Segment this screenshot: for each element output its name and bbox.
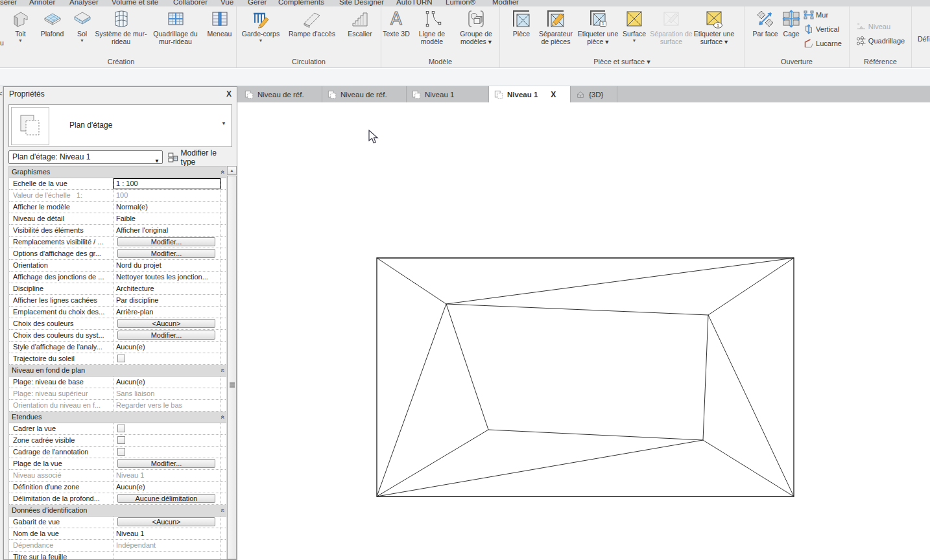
partial-panel-right[interactable]: Défi: [912, 6, 930, 67]
ligne-de-modele-button[interactable]: Ligne de modèle: [411, 6, 453, 56]
property-value[interactable]: Architecture: [113, 283, 221, 294]
section-header-etendues[interactable]: Etendues«: [9, 412, 232, 423]
property-value[interactable]: Modifier...: [113, 458, 221, 469]
ribbon-tab-annoter[interactable]: Annoter: [29, 0, 55, 6]
property-value[interactable]: 1 : 100: [113, 178, 221, 189]
checkbox-unchecked[interactable]: [117, 355, 125, 362]
chevron-down-icon[interactable]: ▼: [221, 121, 226, 126]
aucun-button[interactable]: <Aucun>: [117, 319, 215, 328]
close-icon[interactable]: X: [226, 89, 232, 99]
type-selector-combo[interactable]: Plan d'étage: Niveau 1 ▼: [8, 150, 163, 164]
property-label: Cadrage de l'annotation: [9, 447, 113, 458]
etiqueter-une-surface-button[interactable]: 1Etiqueter une surface ▾: [693, 6, 735, 56]
property-value[interactable]: Normal(e): [113, 202, 221, 213]
garde-corps-button[interactable]: Garde-corps▼: [238, 6, 283, 56]
property-value[interactable]: Aucun(e): [113, 342, 221, 353]
close-tab-icon[interactable]: X: [551, 90, 556, 99]
view-tab-niveau-de-ref-1[interactable]: Niveau de réf.: [322, 86, 407, 102]
ribbon-tab-gerer[interactable]: Gérer: [248, 0, 267, 6]
partial-button-left[interactable]: u: [0, 39, 6, 47]
property-value[interactable]: Afficher l'original: [113, 225, 221, 236]
aucun-button[interactable]: <Aucun>: [117, 517, 215, 526]
quadrillage-du-mur-rideau-button[interactable]: Quadrillage du mur-rideau: [148, 6, 204, 56]
ribbon-tab-modifier[interactable]: Modifier: [492, 0, 519, 6]
par-face-button[interactable]: Par face: [752, 6, 779, 56]
rampe-d-acces-button[interactable]: Rampe d'accès: [283, 6, 340, 56]
property-value[interactable]: Indépendant: [113, 540, 221, 551]
cage-button[interactable]: Cage: [779, 6, 804, 56]
ribbon-tab-vue[interactable]: Vue: [221, 0, 233, 6]
ribbon-tab-complements[interactable]: Compléments: [278, 0, 324, 6]
ribbon-tab-lumion[interactable]: Lumion®: [446, 0, 475, 6]
property-value[interactable]: Niveau 1: [113, 470, 221, 481]
ribbon-tab-collaborer[interactable]: Collaborer: [173, 0, 208, 6]
modifier-button[interactable]: Modifier...: [117, 331, 215, 340]
scrollbar-thumb[interactable]: [227, 176, 237, 559]
modify-type-button[interactable]: Modifier le type: [168, 151, 232, 164]
scroll-up-icon[interactable]: ▲: [227, 166, 237, 175]
piece-button[interactable]: Pièce: [508, 6, 534, 56]
property-value[interactable]: Modifier...: [113, 330, 221, 341]
checkbox-unchecked[interactable]: [117, 425, 125, 432]
groupe-de-modeles-button[interactable]: Groupe de modèles ▾: [453, 6, 499, 56]
property-value[interactable]: Modifier...: [113, 248, 221, 259]
section-header-niveau-en-fond-de-plan[interactable]: Niveau en fond de plan«: [9, 365, 232, 377]
quadrillage-button[interactable]: Quadrillage: [856, 35, 905, 47]
property-value[interactable]: <Aucun>: [113, 318, 221, 329]
view-tab-niveau-de-ref-0[interactable]: Niveau de réf.: [239, 86, 322, 102]
sol-button[interactable]: Sol▼: [70, 6, 95, 56]
property-value[interactable]: Faible: [113, 213, 221, 224]
type-preview-box[interactable]: Plan d'étage ▼: [8, 104, 232, 147]
property-value[interactable]: [113, 423, 221, 434]
lucarne-button[interactable]: Lucarne: [804, 38, 842, 49]
section-header-graphismes[interactable]: Graphismes«: [9, 167, 232, 178]
ribbon-tab-analyser[interactable]: Analyser: [69, 0, 99, 6]
ribbon-tab-serer[interactable]: sérer: [0, 0, 17, 6]
vertical-button[interactable]: Vertical: [804, 23, 842, 35]
drawing-canvas[interactable]: [238, 102, 930, 560]
property-value[interactable]: Aucune délimitation: [113, 493, 221, 504]
texte-3d-button[interactable]: ATexte 3D: [381, 6, 411, 56]
property-value[interactable]: Aucun(e): [113, 482, 221, 493]
checkbox-unchecked[interactable]: [117, 436, 125, 444]
mur-button[interactable]: Mur: [804, 9, 842, 21]
aucune-delimitation-button[interactable]: Aucune délimitation: [117, 494, 215, 503]
property-value[interactable]: Arrière-plan: [113, 307, 221, 318]
modifier-button[interactable]: Modifier...: [117, 459, 215, 468]
ribbon-tab-autoturn[interactable]: AutoTURN: [396, 0, 433, 6]
checkbox-unchecked[interactable]: [117, 448, 125, 456]
meneau-button[interactable]: Meneau: [204, 6, 236, 56]
property-value[interactable]: [113, 353, 221, 364]
escalier-button[interactable]: Escalier: [340, 6, 379, 56]
property-value[interactable]: Nord du projet: [113, 260, 221, 271]
property-value[interactable]: Modifier...: [113, 237, 221, 248]
property-value[interactable]: Aucun(e): [113, 377, 221, 388]
property-value[interactable]: <Aucun>: [113, 517, 221, 528]
panel-label-piece-et-surface[interactable]: Pièce et surface ▾: [500, 57, 744, 67]
property-value[interactable]: [113, 447, 221, 458]
property-value[interactable]: Nettoyer toutes les jonction...: [113, 272, 221, 283]
property-value[interactable]: Sans liaison: [113, 388, 221, 399]
ribbon-tab-site-designer[interactable]: Site Designer: [339, 0, 384, 6]
systeme-de-mur-rideau-button[interactable]: Système de mur-rideau: [95, 6, 148, 56]
section-header-donnees-d-identification[interactable]: Données d'identification«: [9, 505, 232, 517]
property-value[interactable]: Regarder vers le bas: [113, 400, 221, 411]
view-tab-3d-4[interactable]: {3D}: [571, 86, 617, 102]
property-value[interactable]: [113, 435, 221, 446]
property-value[interactable]: Niveau 1: [113, 528, 221, 539]
view-tab-niveau-1-3[interactable]: Niveau 1X: [489, 86, 571, 102]
etiqueter-une-piece-button[interactable]: 1Etiqueter une pièce ▾: [577, 6, 619, 56]
ribbon-tab-volume-et-site[interactable]: Volume et site: [112, 0, 158, 6]
surface-button[interactable]: Surface▼: [619, 6, 650, 56]
property-value[interactable]: Par discipline: [113, 295, 221, 306]
value-edit-box[interactable]: 1 : 100: [113, 178, 221, 189]
property-value[interactable]: [113, 552, 221, 559]
properties-scrollbar[interactable]: ▲: [226, 166, 236, 559]
toit-button[interactable]: Toit▼: [6, 6, 35, 56]
plafond-button[interactable]: Plafond: [35, 6, 70, 56]
view-tab-niveau-1-2[interactable]: Niveau 1: [407, 86, 489, 102]
modifier-button[interactable]: Modifier...: [117, 237, 215, 246]
modifier-button[interactable]: Modifier...: [117, 249, 215, 258]
separateur-de-pieces-button[interactable]: Séparateur de pièces: [534, 6, 577, 56]
property-value[interactable]: 100: [113, 190, 221, 201]
